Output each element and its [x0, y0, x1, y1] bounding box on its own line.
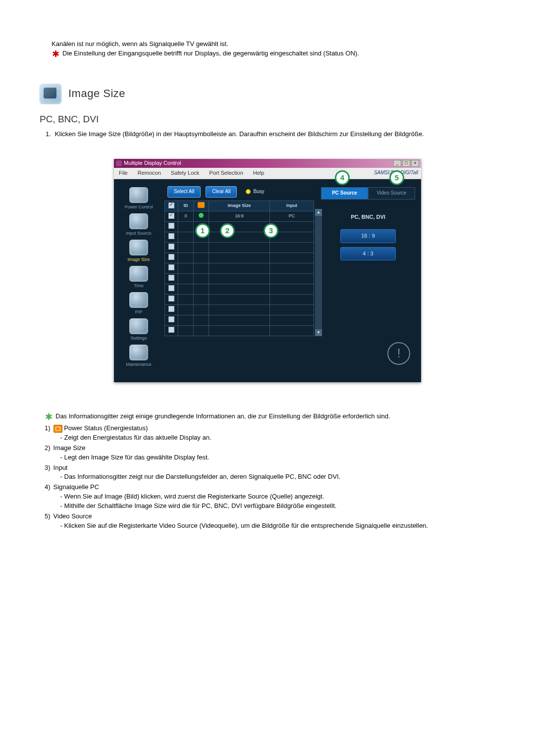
window-icon [116, 160, 122, 166]
table-row[interactable]: 0 16:9 PC [165, 211, 314, 221]
table-row[interactable] [165, 273, 314, 284]
table-row[interactable] [165, 242, 314, 252]
legend-1-sub: - Zeigt den Energiestatus für das aktuel… [54, 433, 495, 443]
sidebar-item-input-source[interactable]: Input Source [126, 213, 151, 237]
option-4-3[interactable]: 4 : 3 [340, 247, 396, 261]
row-checkbox[interactable] [168, 233, 174, 239]
row-checkbox[interactable] [168, 316, 174, 322]
row-checkbox[interactable] [168, 306, 174, 312]
grid-header-image-size[interactable]: Image Size [209, 201, 270, 211]
window-controls: _ □ × [393, 160, 419, 167]
table-row[interactable] [165, 304, 314, 315]
grid-header-power [194, 201, 209, 211]
grid-header-id[interactable]: ID [178, 201, 194, 211]
row-input: PC [270, 211, 314, 221]
intro-block: Kanälen ist nur möglich, wenn als Signal… [40, 40, 495, 59]
busy-dot-icon [246, 189, 251, 194]
app-screenshot: Multiple Display Control _ □ × File Remo… [114, 159, 421, 382]
legend-item-3: 3) Input - Das Informationsgitter zeigt … [45, 463, 495, 482]
image-size-icon-side [129, 240, 148, 255]
menu-help[interactable]: Help [248, 168, 269, 179]
step-text: Klicken Sie Image Size (Bildgröße) in de… [55, 130, 424, 139]
legend-2-title: Image Size [54, 444, 86, 452]
table-row[interactable] [165, 252, 314, 263]
legend-4-sub1: - Wenn Sie auf Image (Bild) klicken, wir… [54, 492, 495, 502]
table-row[interactable] [165, 294, 314, 304]
tab-pc-source[interactable]: PC Source [321, 187, 368, 199]
grid-wrap: ID Image Size Input 0 16:9 [164, 201, 315, 336]
status-area: ! [163, 336, 421, 371]
power-status-dot-icon [199, 213, 204, 218]
callout-4: 4 [335, 170, 350, 185]
star-icon: ✱ [45, 412, 53, 422]
pip-icon [129, 292, 148, 308]
row-checkbox[interactable] [168, 244, 174, 250]
power-icon-badge [54, 425, 62, 433]
table-row[interactable] [165, 263, 314, 273]
intro-line-1: Kanälen ist nur möglich, wenn als Signal… [52, 40, 495, 49]
row-checkbox[interactable] [168, 223, 174, 229]
menu-bar: File Remocon Safety Lock Port Selection … [114, 168, 421, 179]
toolbar: Select All Clear All Busy [163, 179, 315, 201]
menu-safety-lock[interactable]: Safety Lock [166, 168, 204, 179]
table-row[interactable] [165, 325, 314, 336]
table-row[interactable] [165, 315, 314, 325]
row-id: 0 [178, 211, 194, 221]
close-button[interactable]: × [411, 160, 419, 167]
callout-2: 2 [220, 223, 235, 238]
power-header-icon [198, 202, 205, 208]
legend-num: 1) [45, 424, 51, 433]
menu-file[interactable]: File [114, 168, 133, 179]
sidebar-label-input: Input Source [126, 230, 151, 237]
busy-label: Busy [253, 188, 264, 196]
sidebar-label-settings: Settings [131, 335, 147, 342]
row-checkbox[interactable] [168, 254, 174, 260]
maximize-button[interactable]: □ [402, 160, 410, 167]
app-body: Power Control Input Source Image Size Ti… [114, 179, 421, 382]
row-checkbox[interactable] [168, 264, 174, 270]
document-page: Kanälen ist nur möglich, wenn als Signal… [0, 0, 535, 756]
row-image-size: 16:9 [209, 211, 270, 221]
row-checkbox[interactable] [168, 296, 174, 302]
busy-indicator: Busy [246, 188, 264, 196]
row-checkbox[interactable] [168, 285, 174, 291]
option-16-9[interactable]: 16 : 9 [340, 229, 396, 243]
legend-4-sub2: - Mithilfe der Schaltfläche Image Size w… [54, 502, 495, 511]
sidebar-item-maintenance[interactable]: Maintenance [126, 345, 152, 368]
grid-header-input[interactable]: Input [270, 201, 314, 211]
legend-section: ✱ Das Informationsgitter zeigt einige gr… [40, 412, 495, 530]
menu-remocon[interactable]: Remocon [133, 168, 166, 179]
sidebar-label-pip: PIP [135, 309, 143, 315]
section-header: Image Size [40, 84, 495, 103]
sidebar-item-image-size[interactable]: Image Size [127, 240, 150, 263]
table-row[interactable] [165, 232, 314, 242]
clear-all-button[interactable]: Clear All [206, 186, 237, 198]
row-checkbox[interactable] [168, 275, 174, 281]
row-checkbox[interactable] [168, 213, 174, 219]
callout-1: 1 [195, 223, 210, 238]
section-step-list: 1. Klicken Sie Image Size (Bildgröße) in… [40, 130, 495, 139]
alert-icon: ! [387, 342, 410, 365]
legend-num: 2) [45, 444, 51, 453]
tab-video-source[interactable]: Video Source [368, 187, 415, 199]
row-checkbox[interactable] [168, 327, 174, 333]
legend-3-title: Input [54, 464, 68, 471]
legend-num: 4) [45, 483, 51, 492]
sidebar-label-power: Power Control [124, 204, 153, 210]
data-grid: ID Image Size Input 0 16:9 [164, 201, 314, 336]
sidebar-item-time[interactable]: Time [129, 266, 148, 289]
sidebar-item-settings[interactable]: Settings [129, 318, 148, 342]
legend-item-4: 4) Signalquelle PC - Wenn Sie auf Image … [45, 483, 495, 511]
minimize-button[interactable]: _ [393, 160, 401, 167]
menu-port-selection[interactable]: Port Selection [204, 168, 248, 179]
sidebar-item-power-control[interactable]: Power Control [124, 187, 153, 210]
sidebar-item-pip[interactable]: PIP [129, 292, 148, 315]
legend-1-title: Power Status (Energiestatus) [64, 424, 148, 432]
select-all-button[interactable]: Select All [167, 186, 201, 198]
intro-line-2: Die Einstellung der Eingangsquelle betri… [62, 49, 359, 59]
main-area: Select All Clear All Busy I [163, 179, 421, 382]
table-row[interactable] [165, 221, 314, 232]
time-icon [129, 266, 148, 282]
table-row[interactable] [165, 284, 314, 294]
grid-header-checkbox[interactable] [165, 201, 178, 211]
